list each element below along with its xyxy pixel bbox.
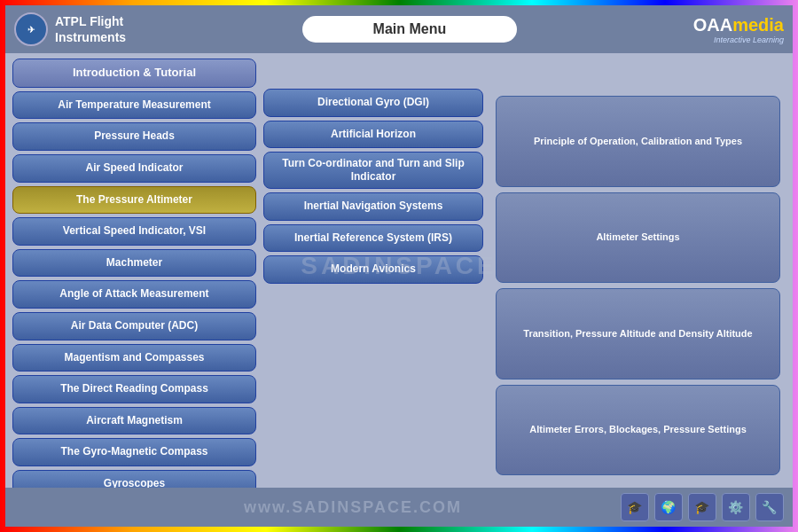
btn-air-speed[interactable]: Air Speed Indicator (12, 154, 256, 183)
bottom-icons: 🎓 🌍 🎓 ⚙️ 🔧 (621, 493, 784, 521)
btn-air-temp[interactable]: Air Temperature Measurement (12, 91, 256, 120)
btn-altimeter-errors[interactable]: Altimeter Errors, Blockages, Pressure Se… (496, 385, 780, 476)
btn-magnetism[interactable]: Magentism and Compasses (12, 344, 256, 372)
main-menu-title: Main Menu (302, 16, 518, 43)
bottom-icon-3[interactable]: 🎓 (688, 493, 716, 521)
btn-principle-op[interactable]: Principle of Operation, Calibration and … (496, 96, 780, 187)
top-bar: ✈ ATPL Flight Instruments Main Menu OAAm… (5, 5, 793, 53)
bottom-watermark: www.SADINSPACE.COM (244, 498, 462, 517)
oaa-brand-name: OAAmedia (693, 15, 784, 35)
btn-ins[interactable]: Inertial Navigation Systems (263, 192, 483, 221)
oaa-brand-sub: Interactive Learning (693, 35, 784, 44)
btn-gyro-mag[interactable]: The Gyro-Magnetic Compass (12, 438, 256, 466)
btn-gyroscopes[interactable]: Gyroscopes (12, 470, 256, 488)
right-panel: Principle of Operation, Calibration and … (490, 89, 786, 482)
btn-turn-coordinator[interactable]: Turn Co-ordinator and Turn and Slip Indi… (263, 152, 483, 189)
mid-column: Directional Gyro (DGI) Artificial Horizo… (263, 89, 483, 482)
bottom-icon-4[interactable]: ⚙️ (722, 493, 750, 521)
main-area: SADINSPACE Introduction & Tutorial Air T… (5, 53, 793, 488)
btn-intro[interactable]: Introduction & Tutorial (12, 59, 256, 88)
btn-direct-compass[interactable]: The Direct Reading Compass (12, 375, 256, 403)
btn-vsi[interactable]: Vertical Speed Indicator, VSI (12, 217, 256, 246)
btn-transition-pressure[interactable]: Transition, Pressure Altitude and Densit… (496, 288, 780, 379)
btn-pressure-altimeter[interactable]: The Pressure Altimeter (12, 186, 256, 215)
bottom-bar: www.SADINSPACE.COM 🎓 🌍 🎓 ⚙️ 🔧 (5, 488, 793, 527)
btn-aircraft-mag[interactable]: Aircraft Magnetism (12, 407, 256, 435)
btn-artificial-horizon[interactable]: Artificial Horizon (263, 121, 483, 149)
btn-machmeter[interactable]: Machmeter (12, 249, 256, 278)
bottom-icon-2[interactable]: 🌍 (654, 493, 683, 521)
oaa-brand: OAAmedia Interactive Learning (693, 15, 784, 44)
left-column: Introduction & Tutorial Air Temperature … (12, 59, 256, 482)
btn-modern-avionics[interactable]: Modern Avionics (263, 255, 483, 284)
app-logo: ✈ (14, 12, 48, 46)
btn-altimeter-settings[interactable]: Altimeter Settings (496, 192, 780, 284)
btn-adc[interactable]: Air Data Computer (ADC) (12, 312, 256, 340)
btn-pressure-heads[interactable]: Pressure Heads (12, 122, 256, 151)
logo-area: ✈ ATPL Flight Instruments (14, 12, 126, 46)
bottom-icon-5[interactable]: 🔧 (755, 493, 784, 521)
btn-aoa[interactable]: Angle of Attack Measurement (12, 280, 256, 309)
bottom-icon-1[interactable]: 🎓 (621, 493, 649, 521)
btn-irs[interactable]: Inertial Reference System (IRS) (263, 224, 483, 253)
app-title: ATPL Flight Instruments (55, 13, 126, 45)
btn-dgi[interactable]: Directional Gyro (DGI) (263, 89, 483, 117)
